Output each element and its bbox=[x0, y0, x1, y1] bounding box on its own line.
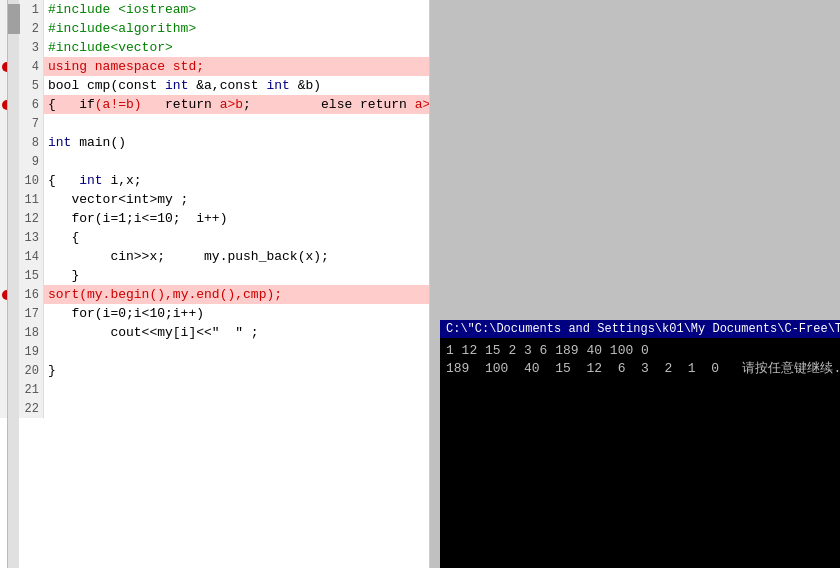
line-content[interactable] bbox=[44, 342, 429, 361]
editor-scrollthumb[interactable] bbox=[8, 4, 20, 34]
code-line: 16sort(my.begin(),my.end(),cmp); bbox=[0, 285, 429, 304]
line-content[interactable]: { if(a!=b) return a>b; else return a>b ;… bbox=[44, 95, 430, 114]
line-content[interactable] bbox=[44, 152, 429, 171]
code-line: 19 bbox=[0, 342, 429, 361]
code-editor[interactable]: 1#include <iostream>2#include<algorithm>… bbox=[0, 0, 430, 568]
code-line: 1#include <iostream> bbox=[0, 0, 429, 19]
line-content[interactable]: #include<vector> bbox=[44, 38, 429, 57]
code-line: 18 cout<<my[i]<<" " ; bbox=[0, 323, 429, 342]
line-content[interactable]: vector<int>my ; bbox=[44, 190, 429, 209]
line-content[interactable]: bool cmp(const int &a,const int &b) bbox=[44, 76, 429, 95]
line-content[interactable] bbox=[44, 380, 429, 399]
code-line: 2#include<algorithm> bbox=[0, 19, 429, 38]
terminal-panel: C:\"C:\Documents and Settings\k01\My Doc… bbox=[440, 320, 840, 568]
code-line: 8int main() bbox=[0, 133, 429, 152]
app-window: 1#include <iostream>2#include<algorithm>… bbox=[0, 0, 840, 568]
line-content[interactable]: using namespace std; bbox=[44, 57, 429, 76]
code-line: 10{ int i,x; bbox=[0, 171, 429, 190]
code-line: 5bool cmp(const int &a,const int &b) bbox=[0, 76, 429, 95]
terminal-line: 189 100 40 15 12 6 3 2 1 0 请按任意键继续... bbox=[446, 360, 834, 378]
code-line: 3#include<vector> bbox=[0, 38, 429, 57]
line-content[interactable]: sort(my.begin(),my.end(),cmp); bbox=[44, 285, 429, 304]
line-content[interactable]: } bbox=[44, 266, 429, 285]
terminal-body: 1 12 15 2 3 6 189 40 100 0189 100 40 15 … bbox=[440, 338, 840, 568]
code-line: 20} bbox=[0, 361, 429, 380]
code-line: 9 bbox=[0, 152, 429, 171]
code-line: 15 } bbox=[0, 266, 429, 285]
line-content[interactable]: #include <iostream> bbox=[44, 0, 429, 19]
code-line: 12 for(i=1;i<=10; i++) bbox=[0, 209, 429, 228]
line-content[interactable]: } bbox=[44, 361, 429, 380]
code-lines: 1#include <iostream>2#include<algorithm>… bbox=[0, 0, 429, 418]
code-line: 21 bbox=[0, 380, 429, 399]
code-line: 11 vector<int>my ; bbox=[0, 190, 429, 209]
code-line: 4using namespace std; bbox=[0, 57, 429, 76]
code-line: 6{ if(a!=b) return a>b; else return a>b … bbox=[0, 95, 429, 114]
line-content[interactable]: { int i,x; bbox=[44, 171, 429, 190]
editor-scrollbar[interactable] bbox=[7, 0, 19, 568]
code-line: 7 bbox=[0, 114, 429, 133]
line-content[interactable] bbox=[44, 114, 429, 133]
line-content[interactable]: { bbox=[44, 228, 429, 247]
code-line: 13 { bbox=[0, 228, 429, 247]
terminal-line: 1 12 15 2 3 6 189 40 100 0 bbox=[446, 342, 834, 360]
line-content[interactable] bbox=[44, 399, 429, 418]
code-line: 14 cin>>x; my.push_back(x); bbox=[0, 247, 429, 266]
code-line: 17 for(i=0;i<10;i++) bbox=[0, 304, 429, 323]
line-content[interactable]: for(i=0;i<10;i++) bbox=[44, 304, 429, 323]
line-content[interactable]: cout<<my[i]<<" " ; bbox=[44, 323, 429, 342]
code-line: 22 bbox=[0, 399, 429, 418]
line-content[interactable]: int main() bbox=[44, 133, 429, 152]
terminal-titlebar: C:\"C:\Documents and Settings\k01\My Doc… bbox=[440, 320, 840, 338]
line-content[interactable]: #include<algorithm> bbox=[44, 19, 429, 38]
line-content[interactable]: for(i=1;i<=10; i++) bbox=[44, 209, 429, 228]
line-content[interactable]: cin>>x; my.push_back(x); bbox=[44, 247, 429, 266]
